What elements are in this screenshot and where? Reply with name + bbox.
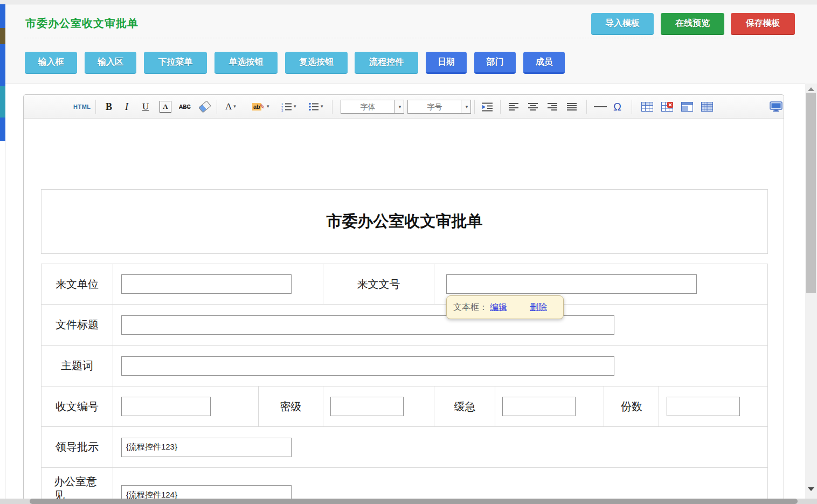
top-window-strip: [0, 0, 817, 4]
add-date-button[interactable]: 日期: [426, 52, 467, 74]
background-window-fragment: [0, 28, 5, 44]
align-right-icon[interactable]: [548, 102, 558, 111]
toolbar-separator: [217, 100, 217, 114]
input-cell: [113, 264, 323, 305]
input-cell: [495, 386, 604, 427]
input-cell: [659, 386, 768, 427]
toolbar-separator: [632, 100, 632, 114]
scroll-down-icon[interactable]: [808, 487, 814, 491]
field-label: 密级: [280, 399, 301, 414]
vertical-scrollbar-thumb[interactable]: [806, 93, 816, 293]
align-left-icon[interactable]: [509, 102, 520, 111]
field-label: 收文编号: [56, 399, 99, 414]
add-checkbox-button[interactable]: 复选按钮: [285, 52, 348, 74]
add-textarea-button[interactable]: 输入区: [85, 52, 136, 74]
chevron-down-icon[interactable]: ▾: [394, 100, 404, 113]
tooltip-label: 文本框：: [453, 302, 488, 313]
horizontal-scrollbar-thumb[interactable]: [30, 499, 798, 504]
add-flow-control-button[interactable]: 流程控件: [355, 52, 418, 74]
horizontal-rule-icon[interactable]: [594, 106, 607, 107]
source-unit-input[interactable]: [121, 274, 292, 294]
editor-toolbar: HTML B I U A ABC A ▾ ab ✎ ▾ 1 2 3 ▾: [24, 95, 784, 119]
toolbar-separator: [332, 100, 333, 114]
import-template-button[interactable]: 导入模板: [591, 13, 654, 35]
highlight-color-icon[interactable]: ab ✎ ▾: [252, 103, 269, 111]
form-title: 市委办公室收文审批单: [327, 211, 483, 232]
add-department-button[interactable]: 部门: [474, 52, 516, 74]
strikethrough-icon[interactable]: ABC: [179, 103, 191, 109]
insert-table-icon[interactable]: [641, 102, 653, 112]
horizontal-scrollbar[interactable]: [0, 499, 817, 504]
ordered-list-icon[interactable]: 1 2 3 ▾: [281, 102, 296, 112]
label-cell: 收文编号: [41, 386, 113, 427]
field-label: 领导批示: [56, 440, 99, 454]
fullscreen-icon[interactable]: [770, 101, 783, 112]
toolbar-separator: [474, 100, 475, 114]
panel-left-border: [5, 141, 5, 499]
receipt-number-input[interactable]: [121, 397, 211, 416]
add-member-button[interactable]: 成员: [523, 52, 565, 74]
input-cell: [113, 346, 768, 386]
document-number-input[interactable]: [446, 274, 697, 294]
font-color-icon[interactable]: A ▾: [225, 101, 236, 112]
add-radio-button[interactable]: 单选按钮: [214, 52, 278, 74]
underline-icon[interactable]: U: [142, 101, 149, 112]
italic-icon[interactable]: I: [125, 101, 128, 112]
copies-input[interactable]: [667, 397, 740, 416]
label-cell: 份数: [604, 386, 659, 427]
delete-control-link[interactable]: 删除: [530, 302, 547, 313]
subject-words-input[interactable]: [121, 356, 614, 376]
table-row: 主题词: [41, 346, 768, 386]
svg-text:3: 3: [281, 109, 283, 112]
label-cell: 缓急: [434, 386, 495, 427]
table-row: 文件标题: [41, 305, 768, 346]
edit-control-link[interactable]: 编辑: [490, 302, 507, 313]
align-justify-icon[interactable]: [567, 102, 578, 111]
online-preview-button[interactable]: 在线预览: [661, 13, 724, 35]
table-row: 来文单位 来文文号: [41, 264, 768, 305]
eraser-icon[interactable]: [199, 103, 210, 110]
field-label: 来文单位: [56, 277, 99, 292]
save-template-button[interactable]: 保存模板: [731, 13, 795, 35]
unordered-list-icon[interactable]: ▾: [308, 102, 323, 112]
font-style-icon[interactable]: A: [160, 101, 171, 113]
label-cell: 密级: [259, 386, 323, 427]
leader-instructions-input[interactable]: [121, 438, 292, 457]
add-input-box-button[interactable]: 输入框: [25, 52, 77, 74]
delete-table-icon[interactable]: [661, 102, 673, 112]
table-row: 领导批示: [41, 427, 768, 468]
label-cell: 主题词: [41, 346, 113, 386]
form-title-cell[interactable]: 市委办公室收文审批单: [41, 189, 768, 254]
input-cell: [113, 427, 768, 468]
urgency-input[interactable]: [502, 397, 576, 416]
input-cell: [113, 386, 259, 427]
background-window-fragment: [0, 86, 5, 118]
field-label: 主题词: [61, 358, 93, 373]
html-source-icon[interactable]: HTML: [73, 103, 91, 110]
label-cell: 来文文号: [323, 264, 435, 305]
table-row: 收文编号 密级 缓急 份数: [41, 386, 768, 427]
scroll-up-icon[interactable]: [808, 87, 814, 91]
field-label: 文件标题: [56, 317, 99, 332]
field-label: 份数: [621, 399, 642, 414]
cell-properties-icon[interactable]: [701, 102, 713, 112]
toolbar-separator: [586, 100, 587, 114]
add-dropdown-button[interactable]: 下拉菜单: [144, 52, 207, 74]
control-tooltip: 文本框： 编辑 删除: [446, 295, 564, 319]
toolbar-separator: [95, 100, 96, 114]
input-cell: [113, 305, 768, 346]
table-properties-icon[interactable]: [681, 102, 693, 112]
bold-icon[interactable]: B: [106, 101, 112, 112]
font-family-select[interactable]: 字体 ▾: [341, 100, 404, 114]
indent-icon[interactable]: [482, 102, 494, 112]
special-char-icon[interactable]: Ω: [613, 100, 621, 113]
align-center-icon[interactable]: [528, 102, 539, 111]
label-cell: 文件标题: [41, 305, 113, 346]
toolbar-separator: [500, 100, 501, 114]
chevron-down-icon[interactable]: ▾: [461, 100, 470, 113]
field-label: 缓急: [454, 399, 475, 414]
vertical-scrollbar[interactable]: [805, 84, 817, 499]
security-level-input[interactable]: [330, 397, 404, 416]
font-size-select[interactable]: 字号 ▾: [407, 100, 471, 114]
rich-text-editor: HTML B I U A ABC A ▾ ab ✎ ▾ 1 2 3 ▾: [23, 94, 784, 499]
